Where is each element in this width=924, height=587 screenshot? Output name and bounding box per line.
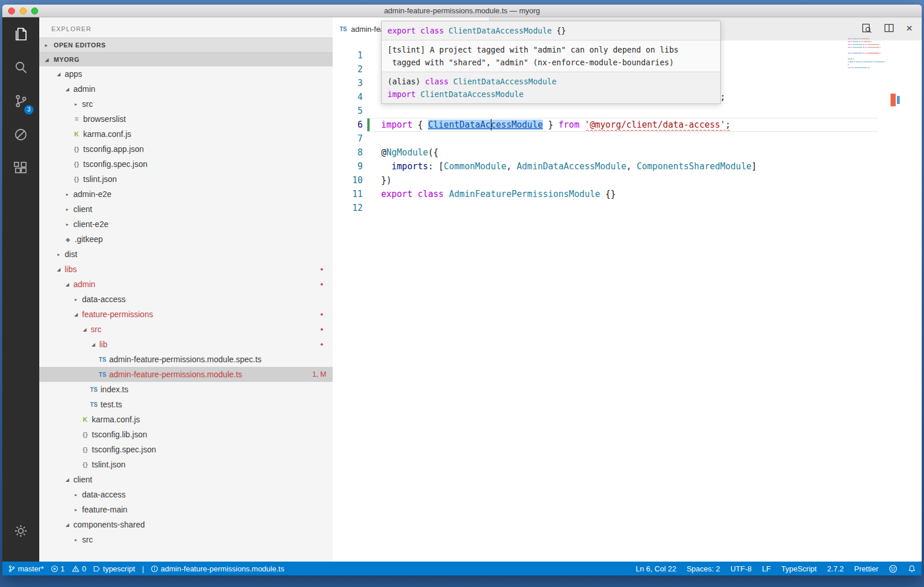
status-separator: | xyxy=(142,564,144,573)
tree-folder-client-e2e[interactable]: ▸client-e2e xyxy=(39,217,333,232)
code-token: , xyxy=(506,161,517,172)
code-line[interactable]: 12 xyxy=(333,201,922,215)
tree-folder-libs[interactable]: ◢libs● xyxy=(39,262,333,277)
minimap-segment xyxy=(848,61,849,62)
chevron-expanded-icon: ◢ xyxy=(71,312,81,317)
feedback-smiley-icon[interactable] xyxy=(889,564,897,573)
chevron-collapsed-icon: ▸ xyxy=(62,222,72,227)
source-control-activity-button[interactable]: 3 xyxy=(2,84,39,118)
tree-folder-src[interactable]: ▸src xyxy=(39,96,333,112)
tree-item-label: src xyxy=(81,99,93,109)
search-activity-button[interactable] xyxy=(2,51,39,84)
language-indicator[interactable]: TypeScript xyxy=(781,564,817,573)
code-line[interactable]: 5 xyxy=(333,104,922,118)
tree-folder-feature-permissions[interactable]: ◢feature-permissions● xyxy=(39,307,333,322)
tree-folder-dist[interactable]: ▸dist xyxy=(39,247,333,262)
settings-button[interactable] xyxy=(2,514,39,548)
minimap-segment xyxy=(850,61,853,62)
minimize-window-button[interactable] xyxy=(20,8,27,14)
tree-folder-data-access[interactable]: ▸data-access xyxy=(39,292,333,307)
code-line[interactable]: 7 xyxy=(333,132,922,146)
line-number[interactable]: 3 xyxy=(333,76,363,90)
minimap-segment xyxy=(867,47,880,48)
close-editor-icon[interactable]: × xyxy=(906,23,912,34)
explorer-activity-button[interactable] xyxy=(2,17,39,51)
debug-activity-button[interactable] xyxy=(2,118,39,151)
cursor-position[interactable]: Ln 6, Col 22 xyxy=(636,564,676,573)
tree-folder-client[interactable]: ▸client xyxy=(39,202,333,217)
hover-lint-message: [tslint] A project tagged with "admin" c… xyxy=(382,40,720,72)
eol-indicator[interactable]: LF xyxy=(762,564,771,573)
minimap-row xyxy=(848,47,886,48)
code-line[interactable]: 11export class AdminFeaturePermissionsMo… xyxy=(333,187,922,201)
close-window-button[interactable] xyxy=(8,8,15,14)
line-number[interactable]: 6 xyxy=(333,118,363,132)
line-number[interactable]: 2 xyxy=(333,62,363,76)
formatter-indicator[interactable]: Prettier xyxy=(854,564,878,573)
tree-folder-src[interactable]: ▸src xyxy=(39,532,333,547)
branch-indicator[interactable]: master* xyxy=(8,564,44,573)
project-root-header[interactable]: ◢ MYORG xyxy=(39,52,333,66)
tree-file-browserslist[interactable]: ≡browserslist xyxy=(39,112,333,127)
tree-file-karma.conf.js[interactable]: Kkarma.conf.js xyxy=(39,127,333,142)
tree-file-tsconfig.lib.json[interactable]: {}tsconfig.lib.json xyxy=(39,427,333,442)
line-number[interactable]: 7 xyxy=(333,132,363,146)
open-preview-icon[interactable] xyxy=(861,23,872,34)
zoom-window-button[interactable] xyxy=(31,8,38,14)
minimap-segment xyxy=(853,58,854,60)
notifications-bell-icon[interactable] xyxy=(908,564,916,573)
tree-item-label: admin-feature-permissions.module.spec.ts xyxy=(108,355,262,364)
encoding-indicator[interactable]: UTF-8 xyxy=(731,564,752,573)
tree-folder-src[interactable]: ◢src● xyxy=(39,322,333,337)
line-number[interactable]: 4 xyxy=(333,90,363,104)
code-line[interactable]: 8@NgModule({ xyxy=(333,146,922,159)
tree-file-test.ts[interactable]: TStest.ts xyxy=(39,397,333,412)
ts-version[interactable]: 2.7.2 xyxy=(827,564,844,573)
tree-folder-components-shared[interactable]: ◢components-shared xyxy=(39,517,333,532)
tree-folder-admin[interactable]: ◢admin● xyxy=(39,277,333,292)
tree-file-tslint.json[interactable]: {}tslint.json xyxy=(39,457,333,472)
chevron-collapsed-icon: ▸ xyxy=(62,207,72,212)
tree-file-admin-feature-permissions.module.spec.ts[interactable]: TSadmin-feature-permissions.module.spec.… xyxy=(39,352,333,367)
line-number[interactable]: 12 xyxy=(333,201,363,215)
code-line[interactable]: 9 imports: [CommonModule, AdminDataAcces… xyxy=(333,159,922,173)
tree-file-index.ts[interactable]: TSindex.ts xyxy=(39,382,333,397)
tree-folder-lib[interactable]: ◢lib● xyxy=(39,337,333,352)
code-line[interactable]: 6import { ClientDataAccessModule } from … xyxy=(333,118,922,132)
tree-folder-data-access[interactable]: ▸data-access xyxy=(39,487,333,502)
code-line[interactable]: 10}) xyxy=(333,173,922,187)
tree-file-tsconfig.spec.json[interactable]: {}tsconfig.spec.json xyxy=(39,442,333,457)
files-icon xyxy=(13,26,29,42)
split-editor-icon[interactable] xyxy=(884,23,895,34)
tree-folder-admin-e2e[interactable]: ▸admin-e2e xyxy=(39,187,333,202)
tree-file-tsconfig.app.json[interactable]: {}tsconfig.app.json xyxy=(39,142,333,157)
errors-count[interactable]: 1 xyxy=(51,564,65,573)
line-number[interactable]: 5 xyxy=(333,104,363,118)
tree-file-tslint.json[interactable]: {}tslint.json xyxy=(39,172,333,187)
line-number[interactable]: 9 xyxy=(333,159,363,173)
tree-folder-feature-main[interactable]: ▸feature-main xyxy=(39,502,333,517)
code-token: ] xyxy=(751,161,757,172)
tree-file-admin-feature-permissions.module.ts[interactable]: TSadmin-feature-permissions.module.ts1, … xyxy=(39,367,333,382)
tree-folder-admin[interactable]: ◢admin xyxy=(39,81,333,96)
title-bar: admin-feature-permissions.module.ts — my… xyxy=(2,5,922,17)
tree-item-label: client xyxy=(72,475,92,484)
warnings-count[interactable]: 0 xyxy=(72,564,86,573)
line-number[interactable]: 10 xyxy=(333,173,363,187)
file-icon-ts: TS xyxy=(97,356,108,363)
indentation-setting[interactable]: Spaces: 2 xyxy=(687,564,720,573)
tree-folder-apps[interactable]: ◢apps xyxy=(39,66,333,81)
minimap[interactable] xyxy=(848,38,886,73)
active-file-status[interactable]: admin-feature-permissions.module.ts xyxy=(151,564,284,573)
extensions-activity-button[interactable] xyxy=(2,151,39,185)
tree-file-.gitkeep[interactable]: ◆.gitkeep xyxy=(39,232,333,247)
linter-status[interactable]: typescript xyxy=(93,564,135,573)
line-number[interactable]: 8 xyxy=(333,146,363,159)
line-number[interactable]: 11 xyxy=(333,187,363,201)
tree-folder-client[interactable]: ◢client xyxy=(39,472,333,487)
line-number[interactable]: 1 xyxy=(333,49,363,62)
tree-file-tsconfig.spec.json[interactable]: {}tsconfig.spec.json xyxy=(39,157,333,172)
open-editors-header[interactable]: ▸ OPEN EDITORS xyxy=(39,38,333,52)
active-file-name: admin-feature-permissions.module.ts xyxy=(161,564,284,573)
tree-file-karma.conf.js[interactable]: Kkarma.conf.js xyxy=(39,412,333,427)
